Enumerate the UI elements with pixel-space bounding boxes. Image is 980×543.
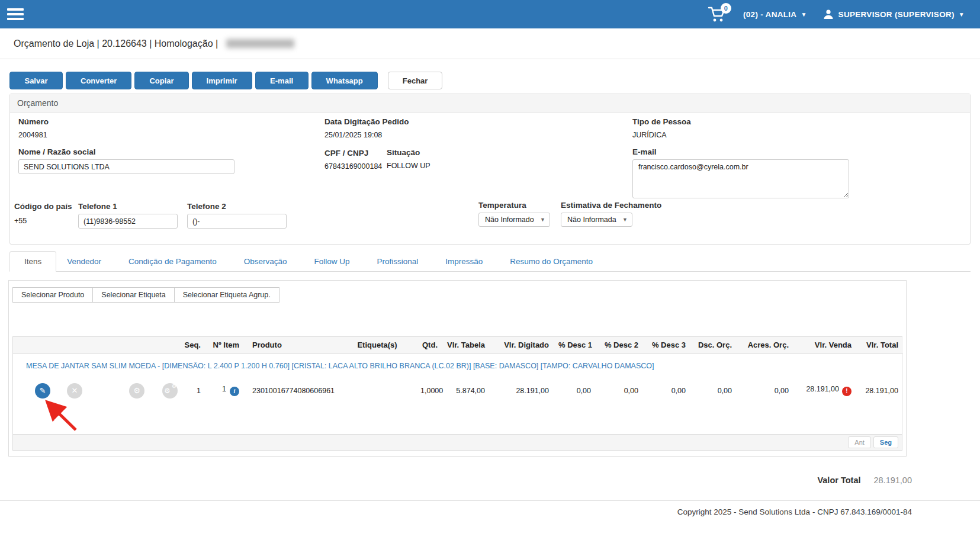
tab-profissional[interactable]: Profissional [368, 252, 428, 271]
n-item-cell: 1i [205, 372, 244, 409]
produto-cell: 23010016774080606961 [244, 372, 339, 409]
redacted-text [226, 39, 294, 48]
tab-resumo-orcamento[interactable]: Resumo do Orçamento [500, 252, 602, 271]
telefone1-label: Telefone 1 [78, 202, 178, 211]
email-label: E-mail [632, 147, 849, 156]
converter-button[interactable]: Converter [66, 72, 131, 89]
copiar-button[interactable]: Copiar [134, 72, 188, 89]
total-row: Valor Total 28.191,00 [0, 475, 912, 485]
dsc-orc-cell: 0,00 [690, 372, 737, 409]
tab-condicao-pagamento[interactable]: Condição de Pagamento [119, 252, 226, 271]
tipo-pessoa-value: JURÍDICA [632, 131, 691, 139]
selecionar-produto-button[interactable]: Selecionar Produto [12, 287, 93, 303]
tab-impressao[interactable]: Impressão [436, 252, 492, 271]
user-label: SUPERVISOR (SUPERVISOR) [838, 10, 955, 19]
estimativa-label: Estimativa de Fechamento [561, 201, 661, 210]
edit-item-button[interactable]: ✎ [35, 383, 50, 399]
actions-header [13, 337, 161, 354]
etiquetas-header: Etiqueta(s) [339, 337, 416, 354]
store-label: (02) - ANALIA [743, 10, 796, 19]
vlr-digitado-header: Vlr. Digitado [490, 337, 554, 354]
seq-header: Seq. [161, 337, 205, 354]
vlr-total-header: Vlr. Total [856, 337, 903, 354]
pencil-icon: ✎ [40, 386, 46, 395]
page: 0 (02) - ANALIA ▼ SUPERVISOR (SUPERVISOR… [0, 0, 980, 543]
acres-orc-cell: 0,00 [737, 372, 793, 409]
produto-header: Produto [244, 337, 339, 354]
salvar-button[interactable]: Salvar [9, 72, 63, 89]
tab-vendedor[interactable]: Vendedor [57, 252, 111, 271]
email-button[interactable]: E-mail [255, 72, 309, 89]
desc3-header: % Desc 3 [643, 337, 690, 354]
data-digitacao-value: 25/01/2025 19:08 [324, 131, 409, 139]
vlr-total-cell: 28.191,00 [856, 372, 903, 409]
top-navbar: 0 (02) - ANALIA ▼ SUPERVISOR (SUPERVISOR… [0, 0, 980, 28]
telefone2-input[interactable] [187, 214, 287, 229]
delete-item-button[interactable]: ✕ [67, 383, 82, 399]
cart-badge: 0 [721, 3, 731, 14]
tab-observacao[interactable]: Observação [234, 252, 297, 271]
vlr-tabela-header: Vlr. Tabela [442, 337, 490, 354]
selecionar-etiqueta-agrup-button[interactable]: Selecionar Etiqueta Agrup. [174, 287, 279, 303]
action-toolbar: Salvar Converter Copiar Imprimir E-mail … [0, 59, 980, 89]
estimativa-select[interactable]: Não Informada ▼ [561, 213, 632, 227]
item-settings-button[interactable]: ⚙ [129, 383, 144, 399]
footer: Copyright 2025 - Send Solutions Ltda - C… [0, 500, 980, 516]
warning-icon[interactable]: ! [842, 387, 852, 396]
cpf-cnpj-value: 67843169000184 [324, 162, 382, 171]
qtd-header: Qtd. [416, 337, 442, 354]
razao-social-label: Nome / Razão social [18, 147, 234, 156]
panel-title: Orçamento [10, 94, 970, 113]
store-selector[interactable]: (02) - ANALIA ▼ [743, 10, 807, 19]
user-menu[interactable]: SUPERVISOR (SUPERVISOR) ▼ [822, 8, 965, 20]
gears-icon: ⚙⚙ [165, 386, 175, 396]
item-selection-toolbar: Selecionar Produto Selecionar Etiqueta S… [12, 287, 902, 303]
temperatura-label: Temperatura [478, 201, 550, 210]
codigo-pais-value: +55 [14, 217, 72, 225]
valor-total-value: 28.191,00 [873, 475, 912, 485]
estimativa-value: Não Informada [567, 216, 616, 224]
temperatura-value: Não Informado [485, 216, 534, 224]
email-textarea[interactable]: francisco.cardoso@cyrela.com.br [632, 159, 849, 198]
situacao-label: Situação [387, 148, 430, 157]
fechar-button[interactable]: Fechar [388, 72, 443, 89]
cart-button[interactable]: 0 [708, 5, 728, 23]
cpf-cnpj-label: CPF / CNPJ [324, 149, 382, 158]
hamburger-menu-icon[interactable] [7, 8, 24, 20]
next-page-button[interactable]: Seg [873, 436, 898, 448]
orcamento-panel: Orçamento Número 2004981 Nome / Razão so… [9, 94, 971, 245]
temperatura-select[interactable]: Não Informado ▼ [478, 213, 550, 227]
item-components-button[interactable]: ⚙⚙ [162, 383, 178, 399]
user-icon [822, 8, 834, 20]
pagination-bar: Ant Seg [13, 434, 902, 450]
tab-follow-up[interactable]: Follow Up [305, 252, 359, 271]
chevron-down-icon: ▼ [540, 217, 545, 223]
copyright-text: Copyright 2025 - Send Solutions Ltda - C… [677, 507, 912, 516]
close-icon: ✕ [72, 386, 78, 395]
item-description: MESA DE JANTAR SAM SLIM MOEDA - [DIMENSÃ… [13, 354, 903, 372]
telefone2-label: Telefone 2 [187, 202, 287, 211]
previous-page-button[interactable]: Ant [848, 436, 871, 448]
desc1-header: % Desc 1 [554, 337, 596, 354]
info-icon[interactable]: i [230, 387, 239, 396]
chevron-down-icon: ▼ [959, 11, 965, 18]
vlr-tabela-cell: 5.874,00 [442, 372, 490, 409]
table-row: ✎ ✕ ⚙ ⚙⚙ 1 1i 23010016774080606961 1,000… [13, 372, 903, 409]
tipo-pessoa-label: Tipo de Pessoa [632, 117, 691, 126]
whatsapp-button[interactable]: Whatsapp [311, 72, 378, 89]
item-description-row: MESA DE JANTAR SAM SLIM MOEDA - [DIMENSÃ… [13, 354, 903, 372]
selecionar-etiqueta-button[interactable]: Selecionar Etiqueta [92, 287, 174, 303]
telefone1-input[interactable] [78, 214, 178, 229]
desc2-header: % Desc 2 [596, 337, 643, 354]
desc2-cell: 0,00 [596, 372, 643, 409]
tab-itens[interactable]: Itens [9, 251, 56, 272]
vlr-digitado-cell: 28.191,00 [490, 372, 554, 409]
imprimir-button[interactable]: Imprimir [192, 72, 252, 89]
vlr-venda-value: 28.191,00 [806, 385, 839, 393]
dsc-orc-header: Dsc. Orç. [690, 337, 737, 354]
n-item-header: Nº Item [205, 337, 244, 354]
etiquetas-cell [339, 372, 416, 409]
razao-social-input[interactable] [18, 159, 234, 174]
codigo-pais-label: Código do país [14, 202, 72, 211]
page-title-bar: Orçamento de Loja | 20.126643 | Homologa… [0, 28, 980, 59]
